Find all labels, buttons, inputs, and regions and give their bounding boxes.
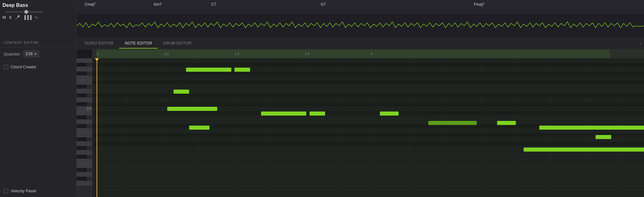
track-controls: M S 🎤 ▐▐▐ ∿	[3, 15, 74, 20]
timeline-area: Cmaj7 Gm7 C7 G7 Fmaj7	[77, 0, 644, 37]
note[interactable]	[167, 107, 217, 111]
piano-key-c3[interactable]: C3	[77, 106, 92, 111]
piano-key[interactable]	[77, 142, 92, 146]
note[interactable]	[261, 111, 306, 116]
piano-key[interactable]	[77, 120, 92, 124]
piano-key-black[interactable]	[77, 124, 87, 128]
note[interactable]	[186, 68, 231, 72]
piano-key[interactable]	[77, 89, 92, 93]
quantize-value: 1/16	[25, 52, 33, 56]
piano-key[interactable]	[77, 111, 92, 115]
piano-key-black[interactable]	[77, 168, 87, 172]
track-volume-slider[interactable]	[6, 11, 43, 13]
note[interactable]	[309, 111, 325, 116]
tab-audio-editor[interactable]: AUDIO EDITOR	[79, 39, 119, 49]
wave-icon[interactable]: ∿	[35, 15, 38, 20]
piano-key[interactable]	[77, 159, 92, 163]
editor-area: CONTENT EDITOR Quantize 1/16 ▼ Chord Cre…	[0, 38, 644, 197]
piano-key[interactable]	[77, 58, 92, 63]
chord-fmaj7[interactable]: Fmaj7	[472, 2, 486, 7]
chord-gm7[interactable]: Gm7	[152, 2, 164, 7]
editor-right: AUDIO EDITOR NOTE EDITOR DRUM EDITOR › 2…	[77, 38, 644, 197]
content-editor-label: CONTENT EDITOR	[0, 38, 76, 47]
ruler-mark-2-2: 2.2	[164, 52, 169, 56]
waveform-row	[77, 14, 644, 37]
quantize-dropdown-arrow: ▼	[34, 52, 37, 56]
mic-icon[interactable]: 🎤	[15, 15, 20, 20]
piano-key-black[interactable]	[77, 63, 87, 67]
note[interactable]	[497, 121, 516, 125]
svg-rect-8	[92, 102, 644, 106]
solo-button[interactable]: S	[9, 15, 12, 20]
waveform-svg	[77, 14, 644, 37]
ruler-mark-3: 3	[370, 52, 372, 56]
piano-key-black[interactable]	[77, 71, 87, 76]
ruler-mark-2-3: 2.3	[234, 52, 239, 56]
piano-key-black[interactable]	[77, 146, 87, 150]
mute-button[interactable]: M	[3, 15, 6, 20]
note-dark[interactable]	[428, 121, 477, 125]
ruler-mark-2-4: 2.4	[305, 52, 309, 56]
tabs-row: AUDIO EDITOR NOTE EDITOR DRUM EDITOR ›	[77, 38, 644, 49]
piano-keys: C3	[77, 58, 92, 197]
ruler: 2 2.2 2.3 2.4 3	[92, 49, 644, 58]
svg-rect-5	[92, 71, 644, 76]
piano-key[interactable]	[77, 128, 92, 133]
tab-note-editor[interactable]: NOTE EDITOR	[119, 39, 158, 49]
bars-icon[interactable]: ▐▐▐	[23, 15, 32, 20]
piano-key[interactable]	[77, 172, 92, 177]
velocity-panel-checkbox[interactable]	[4, 189, 8, 193]
piano-key[interactable]	[77, 80, 92, 85]
svg-rect-4	[92, 63, 644, 67]
piano-key[interactable]	[77, 67, 92, 71]
piano-key[interactable]	[77, 76, 92, 80]
main-container: Deep Bass M S 🎤 ▐▐▐ ∿ Cmaj7 Gm7 C7 G7	[0, 0, 644, 197]
piano-key[interactable]	[77, 98, 92, 102]
piano-key-black[interactable]	[77, 155, 87, 159]
chord-creator-label: Chord Creator	[11, 65, 36, 69]
tab-expand-icon[interactable]: ›	[640, 41, 641, 46]
chord-creator-row: Chord Creator	[0, 61, 76, 73]
quantize-row: Quantize 1/16 ▼	[0, 47, 76, 61]
note[interactable]	[539, 126, 644, 130]
piano-key-black[interactable]	[77, 102, 87, 106]
piano-key[interactable]	[77, 150, 92, 155]
quantize-select[interactable]: 1/16 ▼	[23, 50, 39, 57]
chord-c7[interactable]: C7	[209, 2, 218, 7]
piano-key[interactable]	[77, 133, 92, 137]
piano-key-black[interactable]	[77, 93, 87, 98]
note[interactable]	[174, 90, 189, 94]
piano-key[interactable]	[77, 181, 92, 185]
chord-g7[interactable]: G7	[319, 2, 328, 7]
chord-timeline: Cmaj7 Gm7 C7 G7 Fmaj7	[77, 0, 644, 14]
tab-drum-editor[interactable]: DRUM EDITOR	[158, 39, 197, 49]
svg-rect-9	[92, 111, 644, 115]
note[interactable]	[234, 68, 250, 72]
svg-rect-6	[92, 80, 644, 85]
chord-cmaj7[interactable]: Cmaj7	[83, 2, 98, 7]
ruler-mark-2: 2	[97, 52, 98, 56]
playhead	[97, 58, 97, 197]
piano-key-black[interactable]	[77, 85, 87, 89]
piano-key[interactable]	[77, 163, 92, 168]
piano-roll: 2 2.2 2.3 2.4 3	[77, 49, 644, 197]
quantize-label: Quantize	[4, 52, 20, 56]
track-left-panel: Deep Bass M S 🎤 ▐▐▐ ∿	[0, 0, 77, 37]
chord-creator-checkbox[interactable]	[4, 65, 8, 69]
track-name: Deep Bass	[3, 3, 74, 8]
piano-key-black[interactable]	[77, 137, 87, 142]
left-panel: CONTENT EDITOR Quantize 1/16 ▼ Chord Cre…	[0, 38, 77, 197]
svg-rect-7	[92, 93, 644, 98]
note[interactable]	[596, 135, 611, 139]
piano-key-black[interactable]	[77, 115, 87, 120]
track-slider-row	[3, 11, 74, 13]
note[interactable]	[380, 111, 399, 116]
track-area: Deep Bass M S 🎤 ▐▐▐ ∿ Cmaj7 Gm7 C7 G7	[0, 0, 644, 38]
note[interactable]	[189, 126, 209, 130]
note[interactable]	[524, 148, 644, 152]
velocity-row: Velocity Panel	[0, 185, 76, 197]
svg-rect-12	[92, 142, 644, 146]
note-grid	[92, 58, 644, 197]
piano-key-black[interactable]	[77, 177, 87, 181]
velocity-panel-label: Velocity Panel	[11, 189, 36, 193]
